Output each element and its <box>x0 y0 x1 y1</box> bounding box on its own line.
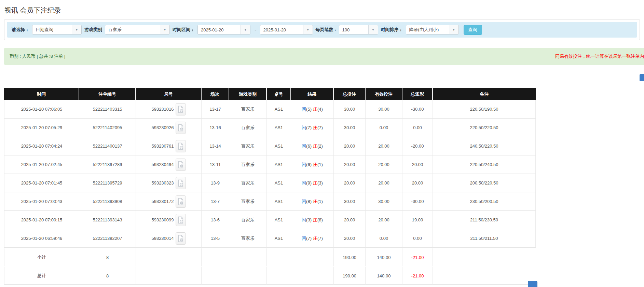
bet-id: 522211397289 <box>79 155 136 174</box>
game-type-select[interactable]: 百家乐 ▼ <box>105 25 170 35</box>
total-bet-link[interactable]: 30.00 <box>334 100 366 119</box>
chevron-down-icon[interactable]: ▼ <box>160 25 169 34</box>
valid-bet: 30.00 <box>366 100 402 119</box>
valid-bet: 20.00 <box>366 137 402 155</box>
round-cell: 593231016 <box>136 100 202 119</box>
video-replay-button[interactable] <box>176 195 186 208</box>
chevron-down-icon[interactable]: ▼ <box>449 25 458 34</box>
result-player-score: (6) <box>306 162 312 167</box>
bet-time: 2025-01-20 06:59:46 <box>4 229 79 248</box>
session: 13-7 <box>202 192 229 211</box>
total-bet-link[interactable]: 20.00 <box>334 137 366 155</box>
game-type: 百家乐 <box>229 174 267 192</box>
game-type: 百家乐 <box>229 155 267 174</box>
table-no: AS1 <box>267 229 291 248</box>
result-player-score: (9) <box>306 180 312 186</box>
edge-tab-button-partial[interactable] <box>640 74 644 81</box>
payout: -20.00 <box>402 137 433 155</box>
page-title: 视讯 会员下注纪录 <box>4 5 644 15</box>
chevron-down-icon[interactable]: ▼ <box>241 25 250 34</box>
page-size-select[interactable]: 100 ▼ <box>339 25 378 35</box>
total-payout: -21.00 <box>402 266 433 285</box>
table-no: AS1 <box>267 137 291 155</box>
range-separator: ~ <box>253 27 257 32</box>
col-bet-id: 注单编号 <box>79 88 136 100</box>
bottom-button-partial[interactable] <box>528 281 537 287</box>
video-replay-button[interactable] <box>176 140 186 152</box>
total-valid-bet: 140.00 <box>366 266 402 285</box>
payout: 0.00 <box>402 229 433 248</box>
session: 13-16 <box>202 119 229 137</box>
col-time: 时间 <box>4 88 79 100</box>
round-id: 593230926 <box>151 125 174 130</box>
game-type: 百家乐 <box>229 119 267 137</box>
video-replay-button[interactable] <box>176 103 186 115</box>
total-bet-link[interactable]: 30.00 <box>334 119 366 137</box>
remark: 220.50/240.50 <box>433 155 536 174</box>
video-replay-button[interactable] <box>176 214 186 226</box>
total-bet-link[interactable]: 20.00 <box>334 174 366 192</box>
bet-time: 2025-01-20 07:04:24 <box>4 137 79 155</box>
result-banker-score: (3) <box>317 180 323 186</box>
bets-table: 时间 注单编号 局号 场次 游戏类别 桌号 结果 总投注 有效投注 总派彩 备注… <box>4 88 536 285</box>
result-banker: 庄 <box>313 180 317 186</box>
chevron-down-icon[interactable]: ▼ <box>303 25 313 34</box>
date-from-select[interactable]: 2025-01-20 ▼ <box>197 25 250 35</box>
round-id: 593231016 <box>151 107 174 112</box>
round-cell: 593230323 <box>136 174 202 192</box>
result-banker: 庄 <box>313 144 317 149</box>
bet-time: 2025-01-20 07:05:29 <box>4 119 79 137</box>
video-replay-button[interactable] <box>176 232 186 245</box>
video-replay-button[interactable] <box>176 177 186 189</box>
round-id: 593230494 <box>151 162 174 167</box>
game-type: 百家乐 <box>229 229 267 248</box>
video-replay-button[interactable] <box>176 122 186 134</box>
bet-id: 522211393908 <box>79 192 136 211</box>
bet-time: 2025-01-20 07:00:43 <box>4 192 79 211</box>
result-cell: 闲(8)庄(1) <box>291 192 334 211</box>
result-player-score: (8) <box>306 199 312 204</box>
total-bet-link[interactable]: 20.00 <box>334 155 366 174</box>
query-button[interactable]: 查询 <box>464 25 482 35</box>
result-player: 闲 <box>302 107 306 112</box>
bet-id: 522211395729 <box>79 174 136 192</box>
video-record-icon <box>178 216 184 224</box>
payout: 20.00 <box>402 155 433 174</box>
payout: -30.00 <box>402 192 433 211</box>
video-replay-button[interactable] <box>176 159 186 171</box>
valid-bet: 0.00 <box>366 229 402 248</box>
table-no: AS1 <box>267 100 291 119</box>
result-banker-score: (4) <box>317 107 323 112</box>
table-row: 2025-01-20 07:06:05 522211403315 5932310… <box>4 100 536 119</box>
round-cell: 593230761 <box>136 137 202 155</box>
col-payout: 总派彩 <box>402 88 433 100</box>
chevron-down-icon[interactable]: ▼ <box>72 25 81 34</box>
sort-order-select[interactable]: 降幂(由大到小) ▼ <box>406 25 459 35</box>
video-record-icon <box>178 124 184 132</box>
table-row: 2025-01-20 07:00:15 522211393143 5932300… <box>4 211 536 229</box>
result-player-score: (3) <box>306 217 312 222</box>
date-to-select[interactable]: 2025-01-20 ▼ <box>260 25 313 35</box>
session: 13-9 <box>202 174 229 192</box>
chevron-down-icon[interactable]: ▼ <box>368 25 378 34</box>
valid-bet: 0.00 <box>366 119 402 137</box>
total-bet-link[interactable]: 20.00 <box>334 211 366 229</box>
remark: 211.50/211.50 <box>433 229 536 248</box>
total-bet-link[interactable]: 30.00 <box>334 192 366 211</box>
session: 13-17 <box>202 100 229 119</box>
session: 13-5 <box>202 229 229 248</box>
total-label: 总计 <box>4 266 79 285</box>
table-no: AS1 <box>267 119 291 137</box>
bet-id: 522211392207 <box>79 229 136 248</box>
subtotal-total-bet: 190.00 <box>334 248 366 266</box>
col-table-no: 桌号 <box>267 88 291 100</box>
result-banker: 庄 <box>313 107 317 112</box>
result-banker: 庄 <box>313 217 317 222</box>
remark: 220.50/190.50 <box>433 100 536 119</box>
total-bet-link[interactable]: 20.00 <box>334 229 366 248</box>
result-player-score: (7) <box>306 236 312 241</box>
result-cell: 闲(9)庄(3) <box>291 174 334 192</box>
result-player: 闲 <box>302 236 306 241</box>
session: 13-11 <box>202 155 229 174</box>
query-type-select[interactable]: 日期查询 ▼ <box>32 25 82 35</box>
